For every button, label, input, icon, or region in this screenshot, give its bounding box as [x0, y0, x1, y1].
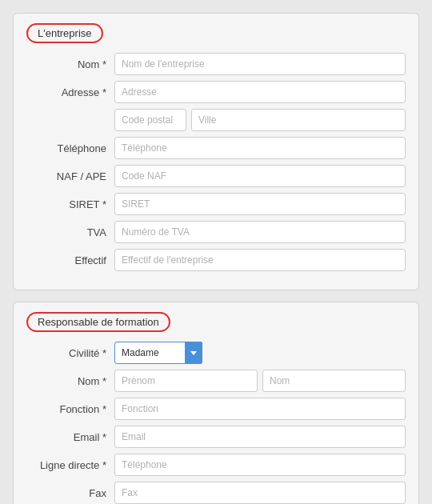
effectif-input[interactable]: [114, 249, 406, 271]
email-label: Email *: [26, 431, 114, 443]
civilite-select[interactable]: Madame Monsieur: [114, 342, 202, 364]
nom-label: Nom *: [26, 58, 114, 70]
tva-label: TVA: [26, 226, 114, 238]
responsable-section: Responsable de formation Civilité * Mada…: [13, 302, 419, 504]
naf-row: NAF / APE: [26, 165, 406, 187]
fax-input[interactable]: [114, 482, 406, 504]
nom-responsable-label: Nom *: [26, 375, 114, 387]
email-input[interactable]: [114, 426, 406, 448]
siret-label: SIRET *: [26, 198, 114, 210]
ville-input[interactable]: [191, 109, 406, 131]
nom-row: Nom *: [26, 53, 406, 75]
fonction-row: Fonction *: [26, 398, 406, 420]
civilite-label: Civilité *: [26, 347, 114, 359]
ligne-directe-input[interactable]: [114, 454, 406, 476]
siret-row: SIRET *: [26, 193, 406, 215]
ligne-directe-label: Ligne directe *: [26, 459, 114, 471]
fonction-label: Fonction *: [26, 403, 114, 415]
prenom-input[interactable]: [114, 370, 258, 392]
entreprise-section: L'entreprise Nom * Adresse * Téléphone N…: [13, 13, 419, 290]
adresse-row: Adresse *: [26, 81, 406, 103]
responsable-title: Responsable de formation: [26, 312, 170, 332]
nom-responsable-row: Nom *: [26, 370, 406, 392]
postal-ville-row: [26, 109, 406, 131]
tva-row: TVA: [26, 221, 406, 243]
telephone-row: Téléphone: [26, 137, 406, 159]
ligne-directe-row: Ligne directe *: [26, 454, 406, 476]
adresse-input[interactable]: [114, 81, 406, 103]
telephone-label: Téléphone: [26, 142, 114, 154]
fonction-input[interactable]: [114, 398, 406, 420]
naf-label: NAF / APE: [26, 170, 114, 182]
siret-input[interactable]: [114, 193, 406, 215]
code-postal-input[interactable]: [114, 109, 186, 131]
telephone-input[interactable]: [114, 137, 406, 159]
civilite-select-wrapper: Madame Monsieur: [114, 342, 202, 364]
naf-input[interactable]: [114, 165, 406, 187]
civilite-row: Civilité * Madame Monsieur: [26, 342, 406, 364]
nom-input[interactable]: [114, 53, 406, 75]
nom-responsable-input[interactable]: [262, 370, 406, 392]
fax-row: Fax: [26, 482, 406, 504]
email-row: Email *: [26, 426, 406, 448]
adresse-label: Adresse *: [26, 86, 114, 98]
tva-input[interactable]: [114, 221, 406, 243]
entreprise-title: L'entreprise: [26, 23, 103, 43]
effectif-row: Effectif: [26, 249, 406, 271]
fax-label: Fax: [26, 487, 114, 499]
effectif-label: Effectif: [26, 254, 114, 266]
